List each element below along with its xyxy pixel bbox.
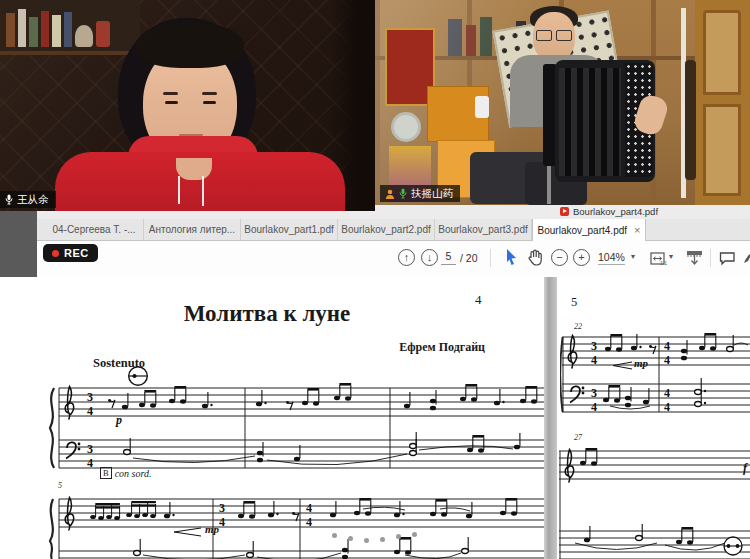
participant-nametag-left: 王从余 <box>0 191 56 208</box>
con-sord-text: con sord. <box>115 468 152 479</box>
tab-bourlakov-part3[interactable]: Bourlakov_part3.pdf <box>435 219 532 240</box>
music-system-3: 3 4 3 4 4 4 4 4 <box>560 332 750 417</box>
svg-text:3: 3 <box>87 390 93 404</box>
toolbar-separator <box>710 249 711 267</box>
rehearsal-mark: B <box>100 467 112 479</box>
microphone-icon <box>399 188 407 199</box>
person-eye <box>165 101 178 104</box>
page-number-input[interactable]: 5 <box>441 250 456 265</box>
svg-text:3: 3 <box>219 501 225 515</box>
tab-bar: 04-Сергеева Т. -... Антология литер... B… <box>37 219 750 241</box>
svg-text:4: 4 <box>306 501 312 515</box>
rec-dot-icon <box>52 250 59 257</box>
svg-text:3: 3 <box>87 442 93 456</box>
door-panel <box>703 10 741 95</box>
rehearsal-and-mute: B con sord. <box>100 467 152 479</box>
person-eye <box>203 101 216 104</box>
microphone-icon <box>5 194 13 205</box>
music-system-4 <box>557 443 750 559</box>
svg-text:3: 3 <box>591 339 597 353</box>
sculpture <box>685 60 696 180</box>
measure-number-27: 27 <box>574 433 582 442</box>
composer-name: Ефрем Подгайц <box>330 340 485 355</box>
annotation-dot <box>332 533 337 538</box>
dynamic-mp-left: mp <box>205 523 219 535</box>
annotation-dot <box>380 537 385 542</box>
svg-text:4: 4 <box>664 339 670 353</box>
svg-text:4: 4 <box>591 353 597 367</box>
video-feed-left[interactable]: 王从余 <box>0 0 375 211</box>
pdf-icon <box>560 207 569 216</box>
tab-antologia[interactable]: Антология литер... <box>144 219 241 240</box>
tab-close-icon[interactable]: × <box>634 224 640 236</box>
zoom-level-input[interactable]: 104% <box>598 251 625 265</box>
annotation-dot <box>348 536 353 541</box>
svg-text:3: 3 <box>591 386 597 400</box>
dynamic-f: f <box>743 461 747 476</box>
svg-text:4: 4 <box>664 400 670 414</box>
hand-tool-icon[interactable] <box>527 249 543 266</box>
svg-text:1:1: 1:1 <box>660 260 667 266</box>
zoom-dropdown-caret-icon[interactable]: ▾ <box>631 252 635 261</box>
bookshelf <box>0 0 140 55</box>
comment-icon[interactable] <box>719 251 736 266</box>
window-title: Bourlakov_part4.pdf <box>573 206 658 217</box>
measure-number-22: 22 <box>574 322 582 331</box>
participant-name: 王从余 <box>17 193 49 206</box>
video-feed-right[interactable]: 扶摇山药 <box>375 0 750 205</box>
zoom-out-button[interactable]: − <box>551 249 568 266</box>
tab-bourlakov-part4[interactable]: Bourlakov_part4.pdf × <box>532 219 646 241</box>
annotation-dot <box>412 532 417 537</box>
screen: Bourlakov_part4.pdf 04-Сергеева Т. -... … <box>0 0 750 559</box>
glasses-icon <box>536 30 552 41</box>
decorative-plate <box>391 112 421 142</box>
fit-height-tool-icon[interactable] <box>686 250 704 266</box>
person-icon <box>385 189 395 199</box>
person-eyebrow <box>163 92 178 95</box>
fit-width-icon[interactable]: 1:1 <box>650 251 667 266</box>
toolbar-separator <box>490 249 491 267</box>
piece-title: Молитва к луне <box>137 301 397 327</box>
hoodie-drawstring <box>178 176 180 204</box>
person-eyebrow <box>202 92 217 95</box>
white-bottle <box>475 96 489 118</box>
page-number-left: 4 <box>475 292 482 308</box>
crescendo-hairpin <box>173 527 201 537</box>
svg-text:4: 4 <box>87 456 93 470</box>
svg-text:4: 4 <box>664 353 670 367</box>
page-count-label: / 20 <box>460 252 478 264</box>
door-panel <box>703 104 741 196</box>
signature-tool-icon[interactable] <box>743 252 750 265</box>
desktop-strip <box>0 205 37 277</box>
svg-text:4: 4 <box>306 515 312 529</box>
rec-indicator[interactable]: REC <box>43 244 98 262</box>
select-tool-icon[interactable] <box>505 248 519 266</box>
annotation-dot <box>364 538 369 543</box>
previous-page-button[interactable]: ↑ <box>398 249 415 266</box>
next-page-button[interactable]: ↓ <box>421 249 438 266</box>
zoom-in-button[interactable]: + <box>573 249 590 266</box>
dynamic-p: p <box>116 413 122 428</box>
participant-nametag-right: 扶摇山药 <box>380 185 460 202</box>
toolbar <box>37 241 750 278</box>
glasses-icon <box>556 30 572 41</box>
fit-dropdown-caret-icon[interactable]: ▾ <box>669 252 673 261</box>
music-system-2: 3 4 4 4 <box>45 489 550 559</box>
page-divider <box>544 277 557 559</box>
annotation-dot <box>396 534 401 539</box>
tab-bourlakov-part2[interactable]: Bourlakov_part2.pdf <box>338 219 435 240</box>
page-number-right: 5 <box>571 295 577 310</box>
tab-bourlakov-part1[interactable]: Bourlakov_part1.pdf <box>241 219 338 240</box>
accordion-bellows <box>559 68 621 176</box>
person-neckline <box>176 158 212 180</box>
pdf-page-area[interactable]: 4 Молитва к луне Ефрем Подгайц Sostenuto <box>0 277 750 559</box>
tab-sergeeva[interactable]: 04-Сергеева Т. -... <box>45 219 144 240</box>
svg-text:4: 4 <box>87 404 93 418</box>
person-fringe <box>136 22 244 68</box>
crescendo-hairpin <box>612 361 632 370</box>
svg-text:4: 4 <box>664 386 670 400</box>
dynamic-mp-right: mp <box>634 357 648 369</box>
hoodie-drawstring <box>202 176 204 206</box>
svg-text:4: 4 <box>219 515 225 529</box>
svg-text:4: 4 <box>591 400 597 414</box>
